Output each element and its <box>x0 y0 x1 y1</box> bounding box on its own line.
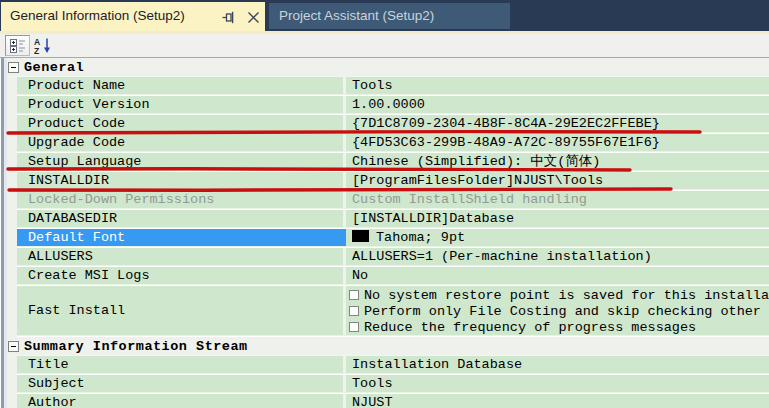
row-gutter <box>7 267 17 286</box>
property-row-create-msi-logs[interactable]: Create MSI LogsNo <box>7 267 769 286</box>
row-gutter <box>7 394 17 408</box>
row-gutter <box>7 172 17 191</box>
property-name: Setup Language <box>17 153 343 171</box>
window-left-border <box>0 58 7 408</box>
property-name: Subject <box>17 375 343 393</box>
property-row-allusers[interactable]: ALLUSERSALLUSERS=1 (Per-machine installa… <box>7 248 769 267</box>
row-gutter <box>7 356 17 375</box>
property-row-title[interactable]: TitleInstallation Database <box>7 356 769 375</box>
checkbox-option: Perform only File Costing and skip check… <box>349 304 769 320</box>
property-row-installdir[interactable]: INSTALLDIR[ProgramFilesFolder]NJUST\Tool… <box>7 172 769 191</box>
property-grid: GeneralProduct NameToolsProduct Version1… <box>7 58 769 408</box>
sort-alphabetical-button[interactable]: A Z <box>33 35 55 55</box>
property-name: Upgrade Code <box>17 134 343 152</box>
row-gutter <box>7 77 17 96</box>
property-toolbar: A Z <box>0 34 769 58</box>
checkbox-label: Perform only File Costing and skip check… <box>364 304 769 319</box>
property-name: Fast Install <box>17 286 343 336</box>
property-value[interactable]: Tools <box>346 77 769 95</box>
property-name: ALLUSERS <box>17 248 343 266</box>
section-header-general: General <box>7 58 769 77</box>
checkbox-option: No system restore point is saved for thi… <box>349 288 769 304</box>
property-value[interactable]: Installation Database <box>346 356 769 374</box>
document-tabstrip: General Information (Setup2) Project Ass… <box>0 0 769 31</box>
sort-alphabetical-icon: A Z <box>33 37 55 55</box>
installshield-window: General Information (Setup2) Project Ass… <box>0 0 769 408</box>
tab-label: General Information (Setup2) <box>10 8 185 23</box>
property-value[interactable]: Custom InstallShield handling <box>346 191 769 209</box>
row-gutter <box>7 191 17 210</box>
property-row-subject[interactable]: SubjectTools <box>7 375 769 394</box>
font-color-swatch <box>352 230 369 242</box>
row-gutter <box>7 153 17 172</box>
categorized-icon <box>10 39 26 53</box>
property-name: Product Name <box>17 77 343 95</box>
row-gutter <box>7 134 17 153</box>
row-gutter <box>7 375 17 394</box>
property-value[interactable]: [ProgramFilesFolder]NJUST\Tools <box>346 172 769 190</box>
property-value[interactable]: No <box>346 267 769 285</box>
row-gutter <box>7 115 17 134</box>
property-row-product-version[interactable]: Product Version1.00.0000 <box>7 96 769 115</box>
tab-general-information[interactable]: General Information (Setup2) <box>1 2 265 31</box>
collapse-icon[interactable] <box>8 62 19 73</box>
property-name: Default Font <box>17 229 343 247</box>
checkbox[interactable] <box>349 290 359 300</box>
section-title: General <box>24 60 84 75</box>
property-row-databasedir[interactable]: DATABASEDIR[INSTALLDIR]Database <box>7 210 769 229</box>
property-value[interactable]: Tahoma; 9pt <box>346 229 769 247</box>
row-gutter <box>7 229 17 248</box>
property-row-author[interactable]: AuthorNJUST <box>7 394 769 408</box>
property-row-locked-down-permissions[interactable]: Locked-Down PermissionsCustom InstallShi… <box>7 191 769 210</box>
pin-icon[interactable] <box>222 11 237 25</box>
property-value[interactable]: No system restore point is saved for thi… <box>346 286 769 336</box>
property-name: Create MSI Logs <box>17 267 343 285</box>
property-name: INSTALLDIR <box>17 172 343 190</box>
row-gutter <box>7 248 17 267</box>
checkbox-label: No system restore point is saved for thi… <box>364 288 769 303</box>
property-value[interactable]: Tools <box>346 375 769 393</box>
checkbox-label: Reduce the frequency of progress message… <box>364 320 696 335</box>
property-name: Title <box>17 356 343 374</box>
property-row-upgrade-code[interactable]: Upgrade Code{4FD53C63-299B-48A9-A72C-897… <box>7 134 769 153</box>
svg-text:Z: Z <box>34 46 39 56</box>
row-gutter <box>7 210 17 229</box>
property-row-default-font[interactable]: Default FontTahoma; 9pt <box>7 229 769 248</box>
tab-project-assistant[interactable]: Project Assistant (Setup2) <box>269 3 510 29</box>
checkbox[interactable] <box>349 306 359 316</box>
property-value[interactable]: [INSTALLDIR]Database <box>346 210 769 228</box>
property-value[interactable]: NJUST <box>346 394 769 408</box>
section-title: Summary Information Stream <box>24 339 248 354</box>
row-gutter <box>7 286 17 337</box>
property-row-fast-install[interactable]: Fast InstallNo system restore point is s… <box>7 286 769 337</box>
property-row-product-name[interactable]: Product NameTools <box>7 77 769 96</box>
property-value[interactable]: Chinese (Simplified): 中文(简体) <box>346 153 769 171</box>
close-icon[interactable] <box>247 11 261 25</box>
property-name: Author <box>17 394 343 408</box>
property-name: DATABASEDIR <box>17 210 343 228</box>
property-name: Product Code <box>17 115 343 133</box>
property-value[interactable]: ALLUSERS=1 (Per-machine installation) <box>346 248 769 266</box>
property-row-setup-language[interactable]: Setup LanguageChinese (Simplified): 中文(简… <box>7 153 769 172</box>
property-name: Locked-Down Permissions <box>17 191 343 209</box>
property-value[interactable]: 1.00.0000 <box>346 96 769 114</box>
property-name: Product Version <box>17 96 343 114</box>
property-value[interactable]: {7D1C8709-2304-4B8F-8C4A-29E2EC2FFEBE} <box>346 115 769 133</box>
property-row-product-code[interactable]: Product Code{7D1C8709-2304-4B8F-8C4A-29E… <box>7 115 769 134</box>
property-value[interactable]: {4FD53C63-299B-48A9-A72C-89755F67E1F6} <box>346 134 769 152</box>
checkbox-option: Reduce the frequency of progress message… <box>349 320 769 336</box>
row-gutter <box>7 96 17 115</box>
collapse-icon[interactable] <box>8 341 19 352</box>
categorized-button[interactable] <box>5 35 30 56</box>
checkbox[interactable] <box>349 322 359 332</box>
value-text: Tahoma; 9pt <box>376 230 465 245</box>
section-header-summary-information-stream: Summary Information Stream <box>7 337 769 356</box>
tab-label: Project Assistant (Setup2) <box>279 8 434 23</box>
